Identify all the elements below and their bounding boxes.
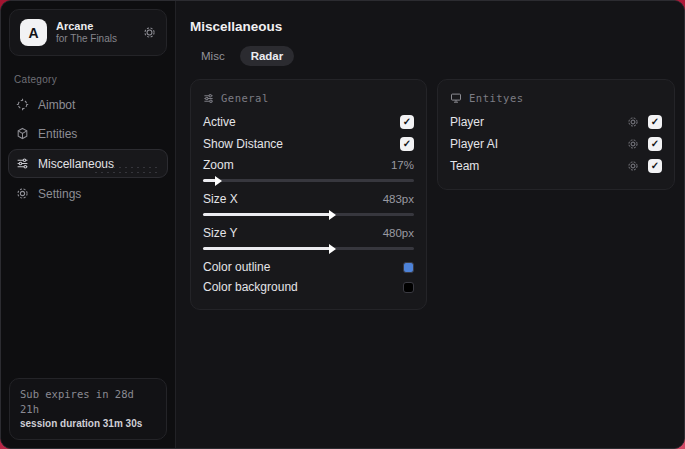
avatar: A — [20, 19, 47, 46]
slider-value: 480px — [383, 227, 414, 239]
toggle-label: Show Distance — [203, 137, 283, 151]
slider-value: 17% — [391, 159, 414, 171]
color-outline-swatch[interactable] — [403, 262, 414, 273]
entity-label: Player — [450, 115, 627, 129]
entity-row-team: Team ✓ — [450, 155, 662, 177]
entities-panel-title: Entityes — [469, 92, 524, 104]
team-checkbox[interactable]: ✓ — [648, 159, 662, 173]
zoom-slider-fill — [203, 179, 216, 182]
general-panel-header: General — [203, 92, 414, 104]
monitor-icon — [450, 92, 462, 104]
check-icon: ✓ — [403, 139, 411, 149]
main-content: Miscellaneous Misc Radar Gene — [176, 1, 685, 448]
zoom-slider-group: Zoom 17% — [203, 155, 414, 182]
sidebar-item-label: Settings — [38, 187, 81, 200]
general-panel: General Active ✓ Show Distance ✓ — [190, 79, 427, 310]
slider-label: Size X — [203, 192, 238, 206]
user-text: Arcane for The Finals — [56, 20, 134, 45]
toggle-label: Active — [203, 115, 236, 129]
sliders-small-icon — [203, 93, 214, 104]
size-y-slider-fill — [203, 247, 330, 250]
sidebar: A Arcane for The Finals Category — [1, 1, 176, 448]
show-distance-checkbox[interactable]: ✓ — [400, 137, 414, 151]
color-background-row: Color background — [203, 277, 414, 297]
color-label: Color background — [203, 280, 298, 294]
size-x-slider-fill — [203, 213, 330, 216]
player-checkbox[interactable]: ✓ — [648, 115, 662, 129]
app-window: A Arcane for The Finals Category — [0, 0, 685, 449]
general-panel-title: General — [221, 92, 269, 104]
check-icon: ✓ — [651, 161, 659, 171]
color-label: Color outline — [203, 260, 270, 274]
size-x-slider-group: Size X 483px — [203, 189, 414, 216]
active-checkbox[interactable]: ✓ — [400, 115, 414, 129]
check-icon: ✓ — [651, 139, 659, 149]
sidebar-item-label: Miscellaneous — [38, 157, 114, 170]
slider-value: 483px — [383, 193, 414, 205]
tab-radar[interactable]: Radar — [240, 46, 295, 66]
color-background-swatch[interactable] — [403, 282, 414, 293]
zoom-slider[interactable] — [203, 179, 414, 182]
entity-label: Team — [450, 159, 627, 173]
sidebar-item-settings[interactable]: Settings — [8, 180, 168, 207]
sidebar-item-entities[interactable]: Entities — [8, 120, 168, 147]
page-title: Miscellaneous — [190, 19, 675, 34]
color-outline-row: Color outline — [203, 257, 414, 277]
subscription-card: Sub expires in 28d 21h session duration … — [9, 378, 167, 440]
sidebar-item-miscellaneous[interactable]: Miscellaneous — [8, 149, 168, 178]
panels-row: General Active ✓ Show Distance ✓ — [190, 79, 675, 310]
sliders-icon — [16, 157, 29, 170]
gear-icon — [16, 187, 29, 200]
session-duration-text: session duration 31m 30s — [20, 417, 156, 431]
tab-bar: Misc Radar — [190, 46, 675, 66]
toggle-row-active: Active ✓ — [203, 111, 414, 133]
check-icon: ✓ — [403, 117, 411, 127]
tab-misc[interactable]: Misc — [190, 46, 236, 66]
slider-label: Zoom — [203, 158, 234, 172]
entity-label: Player AI — [450, 137, 627, 151]
app-title: Arcane — [56, 20, 134, 33]
app-subtitle: for The Finals — [56, 33, 134, 45]
check-icon: ✓ — [651, 117, 659, 127]
sidebar-nav: Aimbot Entities — [1, 91, 175, 207]
entity-row-player-ai: Player AI ✓ — [450, 133, 662, 155]
sidebar-item-label: Entities — [38, 127, 77, 140]
toggle-row-show-distance: Show Distance ✓ — [203, 133, 414, 155]
player-ai-gear-icon[interactable] — [627, 138, 639, 150]
cube-icon — [16, 127, 29, 140]
size-y-slider[interactable] — [203, 247, 414, 250]
sidebar-item-aimbot[interactable]: Aimbot — [8, 91, 168, 118]
size-x-slider[interactable] — [203, 213, 414, 216]
category-label: Category — [14, 74, 175, 85]
team-gear-icon[interactable] — [627, 160, 639, 172]
entities-panel: Entityes Player ✓ Player AI — [437, 79, 675, 190]
player-gear-icon[interactable] — [627, 116, 639, 128]
user-settings-gear-icon[interactable] — [143, 26, 156, 39]
crosshair-icon — [16, 98, 29, 111]
entity-row-player: Player ✓ — [450, 111, 662, 133]
sub-expires-text: Sub expires in 28d 21h — [20, 387, 156, 417]
sidebar-item-label: Aimbot — [38, 98, 75, 111]
slider-label: Size Y — [203, 226, 237, 240]
user-card: A Arcane for The Finals — [9, 9, 167, 56]
entities-panel-header: Entityes — [450, 92, 662, 104]
size-y-slider-group: Size Y 480px — [203, 223, 414, 250]
player-ai-checkbox[interactable]: ✓ — [648, 137, 662, 151]
